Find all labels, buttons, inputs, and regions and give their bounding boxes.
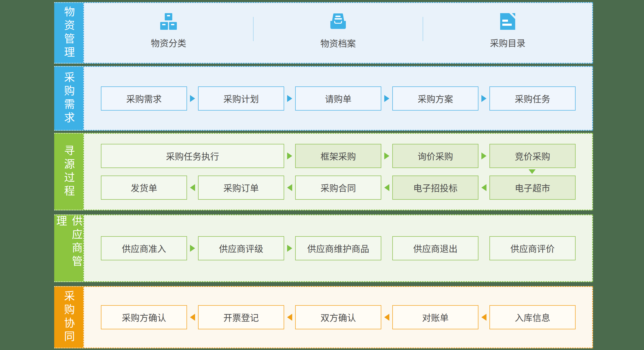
flow-box[interactable]: 供应商评价 <box>489 236 576 260</box>
flow-box[interactable]: 采购计划 <box>198 86 284 111</box>
flow-row: 采购需求 采购计划 请购单 采购方案 采购任务 <box>101 86 576 111</box>
flow-box[interactable]: 入库信息 <box>489 305 576 329</box>
archive-icon <box>329 13 347 31</box>
arrow-right-icon <box>481 152 486 159</box>
nav-item-material-category[interactable]: 物资分类 <box>84 13 253 49</box>
arrow-right-icon <box>287 245 292 252</box>
flow-box[interactable]: 供应商退出 <box>392 236 478 260</box>
band-sourcing-sidebar: 寻源过程 <box>54 133 83 210</box>
band-sourcing: 寻源过程 采购任务执行 框架采购 询价采购 竞价采购 发货单 采购订单 采购合同… <box>54 133 593 210</box>
arrow-left-icon <box>481 314 486 321</box>
band-demand-content: 采购需求 采购计划 请购单 采购方案 采购任务 <box>83 66 593 131</box>
arrow-right-icon <box>287 152 292 159</box>
band-supplier-content: 供应商准入 供应商评级 供应商维护商品 供应商退出 供应商评价 <box>83 214 593 282</box>
arrow-left-icon <box>287 314 292 321</box>
document-icon <box>499 13 516 30</box>
nav-item-purchase-catalog[interactable]: 采购目录 <box>423 13 592 49</box>
flow-box[interactable]: 供应商评级 <box>198 236 284 260</box>
nav-item-label: 采购目录 <box>490 36 525 49</box>
flow-box[interactable]: 采购需求 <box>101 86 187 111</box>
flow-box[interactable]: 电子超市 <box>489 176 576 200</box>
icon-groups: 物资分类 物资档案 <box>84 3 592 63</box>
flow-box[interactable]: 采购方确认 <box>101 305 187 329</box>
flow-box[interactable]: 采购订单 <box>198 176 284 200</box>
band-collaboration-label: 采购协同 <box>61 290 76 344</box>
band-demand-sidebar: 采购需求 <box>54 66 83 131</box>
flow-box[interactable]: 供应商准入 <box>101 236 187 260</box>
arrow-left-icon <box>384 184 389 191</box>
flow-box[interactable]: 对账单 <box>392 305 478 329</box>
band-materials-content: 物资分类 物资档案 <box>83 2 593 64</box>
arrow-left-icon <box>190 314 195 321</box>
arrow-left-icon <box>190 184 195 191</box>
flow-box[interactable]: 采购合同 <box>295 176 381 200</box>
band-sourcing-label: 寻源过程 <box>61 145 76 199</box>
boxes-icon <box>160 13 177 30</box>
flow-box[interactable]: 双方确认 <box>295 305 381 329</box>
band-supplier-label: 供应商管理 <box>53 215 84 281</box>
flow-box[interactable]: 采购任务执行 <box>101 144 284 168</box>
band-collaboration-sidebar: 采购协同 <box>54 286 83 348</box>
band-materials-label: 物资管理 <box>61 6 76 60</box>
nav-item-label: 物资分类 <box>151 36 186 49</box>
arrow-left-icon <box>384 314 389 321</box>
nav-item-label: 物资档案 <box>320 37 356 49</box>
band-materials: 物资管理 物资分类 <box>54 2 593 64</box>
arrow-right-icon <box>287 95 292 102</box>
arrow-left-icon <box>481 184 486 191</box>
arrow-right-icon <box>190 245 195 252</box>
flow-box[interactable]: 开票登记 <box>198 305 284 329</box>
band-collaboration: 采购协同 采购方确认 开票登记 双方确认 对账单 入库信息 <box>54 286 593 348</box>
flow-box[interactable]: 请购单 <box>295 86 381 111</box>
band-demand: 采购需求 采购需求 采购计划 请购单 采购方案 采购任务 <box>54 66 593 131</box>
band-collaboration-content: 采购方确认 开票登记 双方确认 对账单 入库信息 <box>83 286 593 348</box>
flow-box[interactable]: 供应商维护商品 <box>295 236 381 260</box>
flow-row: 供应商准入 供应商评级 供应商维护商品 供应商退出 供应商评价 <box>101 236 576 260</box>
flow-box[interactable]: 竞价采购 <box>489 144 576 168</box>
arrow-down-icon <box>529 169 536 174</box>
flow-box[interactable]: 采购任务 <box>489 86 576 111</box>
flow-box[interactable]: 电子招投标 <box>392 176 478 200</box>
arrow-right-icon <box>384 95 389 102</box>
flow-row: 发货单 采购订单 采购合同 电子招投标 电子超市 <box>101 176 576 200</box>
flow-box[interactable]: 询价采购 <box>392 144 478 168</box>
flow-box[interactable]: 采购方案 <box>392 86 478 111</box>
procurement-module-diagram: { "page": { "canvas_bg": "#4b6b4d" }, "c… <box>0 0 644 350</box>
band-supplier: 供应商管理 供应商准入 供应商评级 供应商维护商品 供应商退出 供应商评价 <box>54 214 593 282</box>
band-materials-sidebar: 物资管理 <box>54 2 83 64</box>
arrow-left-icon <box>287 184 292 191</box>
arrow-right-icon <box>481 95 486 102</box>
arrow-right-icon <box>190 95 195 102</box>
band-sourcing-content: 采购任务执行 框架采购 询价采购 竞价采购 发货单 采购订单 采购合同 电子招投… <box>83 133 593 210</box>
flow-box[interactable]: 发货单 <box>101 176 187 200</box>
arrow-right-icon <box>384 152 389 159</box>
band-demand-label: 采购需求 <box>61 72 76 125</box>
flow-row: 采购任务执行 框架采购 询价采购 竞价采购 <box>101 144 576 168</box>
band-supplier-sidebar: 供应商管理 <box>54 214 83 282</box>
flow-box[interactable]: 框架采购 <box>295 144 381 168</box>
flow-row: 采购方确认 开票登记 双方确认 对账单 入库信息 <box>101 305 576 329</box>
nav-item-material-archive[interactable]: 物资档案 <box>254 13 423 49</box>
